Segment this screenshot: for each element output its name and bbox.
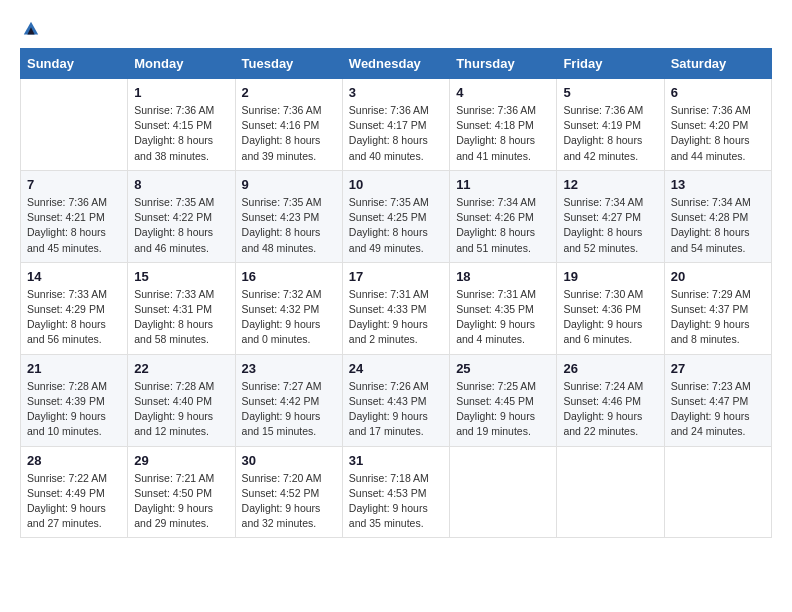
day-number: 29 bbox=[134, 453, 228, 468]
day-number: 11 bbox=[456, 177, 550, 192]
day-number: 31 bbox=[349, 453, 443, 468]
day-detail: Sunrise: 7:27 AMSunset: 4:42 PMDaylight:… bbox=[242, 379, 336, 440]
weekday-header-saturday: Saturday bbox=[664, 49, 771, 79]
day-detail: Sunrise: 7:36 AMSunset: 4:19 PMDaylight:… bbox=[563, 103, 657, 164]
day-number: 12 bbox=[563, 177, 657, 192]
calendar-cell: 31Sunrise: 7:18 AMSunset: 4:53 PMDayligh… bbox=[342, 446, 449, 538]
calendar-table: SundayMondayTuesdayWednesdayThursdayFrid… bbox=[20, 48, 772, 538]
calendar-cell: 15Sunrise: 7:33 AMSunset: 4:31 PMDayligh… bbox=[128, 262, 235, 354]
day-detail: Sunrise: 7:26 AMSunset: 4:43 PMDaylight:… bbox=[349, 379, 443, 440]
calendar-cell: 29Sunrise: 7:21 AMSunset: 4:50 PMDayligh… bbox=[128, 446, 235, 538]
day-detail: Sunrise: 7:28 AMSunset: 4:39 PMDaylight:… bbox=[27, 379, 121, 440]
day-number: 2 bbox=[242, 85, 336, 100]
day-number: 5 bbox=[563, 85, 657, 100]
day-number: 7 bbox=[27, 177, 121, 192]
day-detail: Sunrise: 7:31 AMSunset: 4:33 PMDaylight:… bbox=[349, 287, 443, 348]
calendar-cell: 10Sunrise: 7:35 AMSunset: 4:25 PMDayligh… bbox=[342, 170, 449, 262]
calendar-week-row: 28Sunrise: 7:22 AMSunset: 4:49 PMDayligh… bbox=[21, 446, 772, 538]
weekday-header-monday: Monday bbox=[128, 49, 235, 79]
logo-icon bbox=[22, 20, 40, 38]
day-detail: Sunrise: 7:36 AMSunset: 4:21 PMDaylight:… bbox=[27, 195, 121, 256]
day-detail: Sunrise: 7:30 AMSunset: 4:36 PMDaylight:… bbox=[563, 287, 657, 348]
day-number: 1 bbox=[134, 85, 228, 100]
calendar-cell: 16Sunrise: 7:32 AMSunset: 4:32 PMDayligh… bbox=[235, 262, 342, 354]
calendar-cell: 25Sunrise: 7:25 AMSunset: 4:45 PMDayligh… bbox=[450, 354, 557, 446]
calendar-cell: 26Sunrise: 7:24 AMSunset: 4:46 PMDayligh… bbox=[557, 354, 664, 446]
day-number: 9 bbox=[242, 177, 336, 192]
day-detail: Sunrise: 7:34 AMSunset: 4:28 PMDaylight:… bbox=[671, 195, 765, 256]
page-header bbox=[20, 20, 772, 38]
calendar-cell: 11Sunrise: 7:34 AMSunset: 4:26 PMDayligh… bbox=[450, 170, 557, 262]
day-number: 30 bbox=[242, 453, 336, 468]
day-number: 26 bbox=[563, 361, 657, 376]
day-number: 10 bbox=[349, 177, 443, 192]
calendar-cell: 18Sunrise: 7:31 AMSunset: 4:35 PMDayligh… bbox=[450, 262, 557, 354]
calendar-cell: 23Sunrise: 7:27 AMSunset: 4:42 PMDayligh… bbox=[235, 354, 342, 446]
day-number: 15 bbox=[134, 269, 228, 284]
day-number: 4 bbox=[456, 85, 550, 100]
calendar-week-row: 14Sunrise: 7:33 AMSunset: 4:29 PMDayligh… bbox=[21, 262, 772, 354]
day-number: 21 bbox=[27, 361, 121, 376]
calendar-cell: 3Sunrise: 7:36 AMSunset: 4:17 PMDaylight… bbox=[342, 79, 449, 171]
calendar-cell: 20Sunrise: 7:29 AMSunset: 4:37 PMDayligh… bbox=[664, 262, 771, 354]
day-detail: Sunrise: 7:25 AMSunset: 4:45 PMDaylight:… bbox=[456, 379, 550, 440]
day-number: 24 bbox=[349, 361, 443, 376]
day-number: 23 bbox=[242, 361, 336, 376]
calendar-cell: 1Sunrise: 7:36 AMSunset: 4:15 PMDaylight… bbox=[128, 79, 235, 171]
calendar-cell: 4Sunrise: 7:36 AMSunset: 4:18 PMDaylight… bbox=[450, 79, 557, 171]
calendar-cell: 21Sunrise: 7:28 AMSunset: 4:39 PMDayligh… bbox=[21, 354, 128, 446]
calendar-cell: 22Sunrise: 7:28 AMSunset: 4:40 PMDayligh… bbox=[128, 354, 235, 446]
day-number: 19 bbox=[563, 269, 657, 284]
day-detail: Sunrise: 7:36 AMSunset: 4:20 PMDaylight:… bbox=[671, 103, 765, 164]
weekday-header-sunday: Sunday bbox=[21, 49, 128, 79]
day-detail: Sunrise: 7:34 AMSunset: 4:26 PMDaylight:… bbox=[456, 195, 550, 256]
calendar-cell bbox=[450, 446, 557, 538]
day-detail: Sunrise: 7:31 AMSunset: 4:35 PMDaylight:… bbox=[456, 287, 550, 348]
calendar-cell: 19Sunrise: 7:30 AMSunset: 4:36 PMDayligh… bbox=[557, 262, 664, 354]
day-detail: Sunrise: 7:32 AMSunset: 4:32 PMDaylight:… bbox=[242, 287, 336, 348]
day-detail: Sunrise: 7:22 AMSunset: 4:49 PMDaylight:… bbox=[27, 471, 121, 532]
day-number: 3 bbox=[349, 85, 443, 100]
calendar-cell: 7Sunrise: 7:36 AMSunset: 4:21 PMDaylight… bbox=[21, 170, 128, 262]
day-detail: Sunrise: 7:23 AMSunset: 4:47 PMDaylight:… bbox=[671, 379, 765, 440]
day-detail: Sunrise: 7:33 AMSunset: 4:29 PMDaylight:… bbox=[27, 287, 121, 348]
weekday-header-thursday: Thursday bbox=[450, 49, 557, 79]
calendar-cell bbox=[664, 446, 771, 538]
day-number: 25 bbox=[456, 361, 550, 376]
calendar-cell: 17Sunrise: 7:31 AMSunset: 4:33 PMDayligh… bbox=[342, 262, 449, 354]
calendar-cell: 13Sunrise: 7:34 AMSunset: 4:28 PMDayligh… bbox=[664, 170, 771, 262]
day-number: 18 bbox=[456, 269, 550, 284]
day-detail: Sunrise: 7:33 AMSunset: 4:31 PMDaylight:… bbox=[134, 287, 228, 348]
weekday-header-wednesday: Wednesday bbox=[342, 49, 449, 79]
calendar-cell: 2Sunrise: 7:36 AMSunset: 4:16 PMDaylight… bbox=[235, 79, 342, 171]
calendar-header: SundayMondayTuesdayWednesdayThursdayFrid… bbox=[21, 49, 772, 79]
day-number: 22 bbox=[134, 361, 228, 376]
day-detail: Sunrise: 7:36 AMSunset: 4:18 PMDaylight:… bbox=[456, 103, 550, 164]
calendar-cell: 24Sunrise: 7:26 AMSunset: 4:43 PMDayligh… bbox=[342, 354, 449, 446]
calendar-cell: 12Sunrise: 7:34 AMSunset: 4:27 PMDayligh… bbox=[557, 170, 664, 262]
calendar-cell: 14Sunrise: 7:33 AMSunset: 4:29 PMDayligh… bbox=[21, 262, 128, 354]
day-detail: Sunrise: 7:34 AMSunset: 4:27 PMDaylight:… bbox=[563, 195, 657, 256]
day-number: 27 bbox=[671, 361, 765, 376]
calendar-week-row: 7Sunrise: 7:36 AMSunset: 4:21 PMDaylight… bbox=[21, 170, 772, 262]
day-detail: Sunrise: 7:18 AMSunset: 4:53 PMDaylight:… bbox=[349, 471, 443, 532]
day-detail: Sunrise: 7:35 AMSunset: 4:23 PMDaylight:… bbox=[242, 195, 336, 256]
day-detail: Sunrise: 7:29 AMSunset: 4:37 PMDaylight:… bbox=[671, 287, 765, 348]
logo bbox=[20, 20, 40, 38]
calendar-week-row: 21Sunrise: 7:28 AMSunset: 4:39 PMDayligh… bbox=[21, 354, 772, 446]
day-number: 28 bbox=[27, 453, 121, 468]
day-detail: Sunrise: 7:36 AMSunset: 4:15 PMDaylight:… bbox=[134, 103, 228, 164]
day-number: 13 bbox=[671, 177, 765, 192]
day-number: 20 bbox=[671, 269, 765, 284]
day-detail: Sunrise: 7:28 AMSunset: 4:40 PMDaylight:… bbox=[134, 379, 228, 440]
day-number: 6 bbox=[671, 85, 765, 100]
day-detail: Sunrise: 7:36 AMSunset: 4:16 PMDaylight:… bbox=[242, 103, 336, 164]
calendar-cell: 9Sunrise: 7:35 AMSunset: 4:23 PMDaylight… bbox=[235, 170, 342, 262]
calendar-cell: 30Sunrise: 7:20 AMSunset: 4:52 PMDayligh… bbox=[235, 446, 342, 538]
day-detail: Sunrise: 7:35 AMSunset: 4:22 PMDaylight:… bbox=[134, 195, 228, 256]
day-detail: Sunrise: 7:36 AMSunset: 4:17 PMDaylight:… bbox=[349, 103, 443, 164]
calendar-cell bbox=[557, 446, 664, 538]
day-detail: Sunrise: 7:21 AMSunset: 4:50 PMDaylight:… bbox=[134, 471, 228, 532]
day-detail: Sunrise: 7:35 AMSunset: 4:25 PMDaylight:… bbox=[349, 195, 443, 256]
day-detail: Sunrise: 7:24 AMSunset: 4:46 PMDaylight:… bbox=[563, 379, 657, 440]
